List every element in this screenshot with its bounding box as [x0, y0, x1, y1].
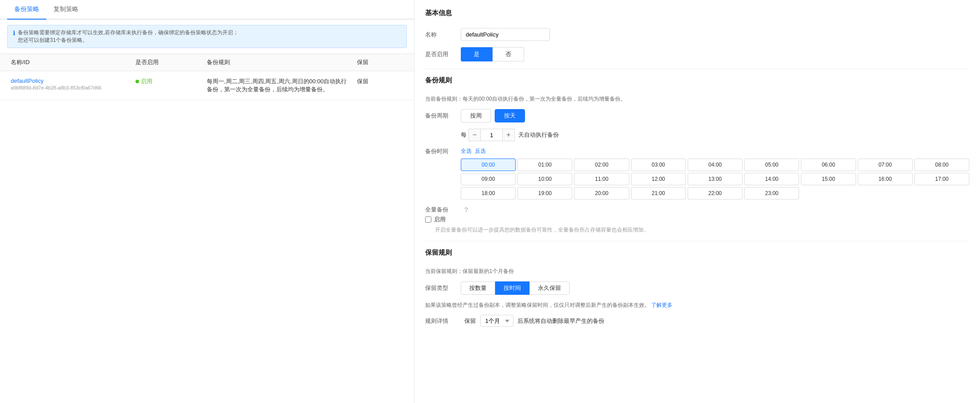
- time-cell-08[interactable]: 08:00: [914, 159, 969, 171]
- time-cell-03[interactable]: 03:00: [631, 159, 686, 171]
- full-backup-label: 全量备份: [425, 206, 461, 214]
- retain-prefix: 保留: [464, 318, 476, 324]
- retention-desc: 当前保留规则：保留最新的1个月备份: [425, 268, 969, 275]
- enabled-label: 是否启用: [425, 50, 461, 58]
- detail-row: 规则详情 保留 1个月 3个月 6个月 1年 2年 3年 后系统将自动删除最早产…: [425, 315, 969, 327]
- time-cell-23[interactable]: 23:00: [744, 187, 799, 199]
- time-cell-04[interactable]: 04:00: [688, 159, 742, 171]
- time-cell-22[interactable]: 22:00: [688, 187, 742, 199]
- time-cell-06[interactable]: 06:00: [801, 159, 856, 171]
- table-header: 名称/ID 是否启用 备份规则 保留: [0, 53, 414, 71]
- yes-button[interactable]: 是: [461, 47, 492, 61]
- time-row: 备份时间 全选 反选 00:00 01:00 02:00 03:00 04:00…: [425, 147, 969, 199]
- name-row: 名称: [425, 28, 969, 41]
- status-badge: 启用: [135, 77, 152, 85]
- info-text-1: 备份策略需要绑定存储库才可以生效,若存储库未执行备份，确保绑定的备份策略状态为开…: [18, 29, 238, 37]
- time-grid-header: 全选 反选: [461, 147, 969, 155]
- stepper-minus[interactable]: −: [468, 129, 481, 141]
- retain-select[interactable]: 1个月 3个月 6个月 1年 2年 3年: [480, 315, 513, 327]
- col-retention: 保留: [353, 54, 407, 71]
- time-cell-05[interactable]: 05:00: [744, 159, 799, 171]
- rule-text: 每周一,周二,周三,周四,周五,周六,周日的00:00自动执行备份，第一次为全量…: [207, 77, 350, 94]
- period-group: 按周 按天: [461, 109, 969, 122]
- stepper: − +: [468, 129, 515, 141]
- every-label: 每: [461, 131, 467, 139]
- time-cell-17[interactable]: 17:00: [914, 173, 969, 185]
- name-label: 名称: [425, 31, 461, 39]
- basic-info-title: 基本信息: [425, 9, 969, 21]
- time-value: 全选 反选 00:00 01:00 02:00 03:00 04:00 05:0…: [461, 147, 969, 199]
- time-cell-14[interactable]: 14:00: [744, 173, 799, 185]
- time-cell-10[interactable]: 10:00: [517, 173, 572, 185]
- time-cell-21[interactable]: 21:00: [631, 187, 686, 199]
- policy-name: defaultPolicy: [11, 77, 44, 84]
- retention-type-value: 按数量 按时间 永久保留: [461, 281, 969, 295]
- col-status: 是否启用: [132, 54, 203, 71]
- time-cell-09[interactable]: 09:00: [461, 173, 516, 185]
- retention-group: 按数量 按时间 永久保留: [461, 281, 969, 295]
- info-text-2: 您还可以创建31个备份策略。: [18, 37, 238, 44]
- retain-suffix: 后系统将自动删除最早产生的备份: [517, 318, 604, 324]
- stepper-row: 每 − + 天自动执行备份: [425, 129, 969, 141]
- left-panel: 备份策略 复制策略 ℹ 备份策略需要绑定存储库才可以生效,若存储库未执行备份，确…: [0, 0, 414, 403]
- warning-content: 如果该策略曾经产生过备份副本，调整策略保留时间，仅仅只对调整后新产生的备份副本生…: [425, 302, 650, 308]
- cell-status: 启用: [132, 71, 203, 100]
- col-rule: 备份规则: [203, 54, 353, 71]
- time-cell-15[interactable]: 15:00: [801, 173, 856, 185]
- retention-rule-value: 保留最新的1个月备份: [463, 268, 514, 274]
- help-icon[interactable]: ?: [464, 206, 468, 213]
- retention-text: 保留: [357, 77, 369, 85]
- info-bar: ℹ 备份策略需要绑定存储库才可以生效,若存储库未执行备份，确保绑定的备份策略状态…: [7, 25, 407, 48]
- cell-name: defaultPolicy a9bf889d-8d7e-4b28-a8b3-85…: [7, 71, 132, 100]
- time-cell-13[interactable]: 13:00: [688, 173, 742, 185]
- full-backup-checkbox[interactable]: [425, 216, 431, 223]
- enabled-value: 是 否: [461, 47, 969, 61]
- retention-rule-label: 当前保留规则：: [425, 268, 463, 274]
- current-rule-label: 当前备份规则：: [425, 96, 463, 102]
- backup-rule-desc: 当前备份规则：每天的00:00自动执行备份，第一次为全量备份，后续均为增量备份。: [425, 95, 969, 103]
- by-day-button[interactable]: 按天: [495, 109, 525, 122]
- backup-rule-title: 备份规则: [425, 76, 969, 88]
- tab-replication[interactable]: 复制策略: [46, 0, 86, 20]
- time-cell-16[interactable]: 16:00: [858, 173, 913, 185]
- toggle-group: 是 否: [461, 47, 969, 61]
- tab-backup[interactable]: 备份策略: [7, 0, 46, 20]
- time-grid: 00:00 01:00 02:00 03:00 04:00 05:00 06:0…: [461, 159, 969, 199]
- time-cell-20[interactable]: 20:00: [574, 187, 629, 199]
- time-cell-01[interactable]: 01:00: [517, 159, 572, 171]
- info-icon: ℹ: [13, 29, 15, 37]
- permanent-button[interactable]: 永久保留: [529, 281, 570, 295]
- select-all-link[interactable]: 全选: [461, 147, 472, 155]
- stepper-input[interactable]: [481, 129, 502, 141]
- by-week-button[interactable]: 按周: [461, 109, 491, 122]
- table-row[interactable]: defaultPolicy a9bf889d-8d7e-4b28-a8b3-85…: [0, 71, 414, 100]
- policy-id: a9bf889d-8d7e-4b28-a8b3-853cf0a67d66: [11, 85, 102, 90]
- detail-value: 保留 1个月 3个月 6个月 1年 2年 3年 后系统将自动删除最早产生的备份: [464, 315, 969, 327]
- time-cell-12[interactable]: 12:00: [631, 173, 686, 185]
- name-input[interactable]: [461, 28, 550, 41]
- time-cell-19[interactable]: 19:00: [517, 187, 572, 199]
- full-backup-desc: 开启全量备份可以进一步提高您的数据备份可靠性，全量备份所占存储容量也会相应增加。: [435, 226, 649, 234]
- col-name: 名称/ID: [7, 54, 132, 71]
- stepper-suffix: 天自动执行备份: [518, 131, 559, 139]
- time-cell-02[interactable]: 02:00: [574, 159, 629, 171]
- time-cell-07[interactable]: 07:00: [858, 159, 913, 171]
- period-label: 备份周期: [425, 112, 461, 120]
- retention-type-label: 保留类型: [425, 284, 461, 292]
- time-label: 备份时间: [425, 147, 461, 155]
- tabs: 备份策略 复制策略: [0, 0, 414, 20]
- time-cell-00[interactable]: 00:00: [461, 159, 516, 171]
- no-button[interactable]: 否: [492, 47, 524, 61]
- deselect-link[interactable]: 反选: [475, 147, 486, 155]
- retention-rule-title: 保留规则: [425, 248, 969, 261]
- period-row: 备份周期 按周 按天: [425, 109, 969, 122]
- learn-more-link[interactable]: 了解更多: [651, 302, 672, 308]
- cell-rule: 每周一,周二,周三,周四,周五,周六,周日的00:00自动执行备份，第一次为全量…: [203, 71, 353, 100]
- stepper-plus[interactable]: +: [502, 129, 515, 141]
- by-time-button[interactable]: 按时间: [495, 281, 529, 295]
- time-cell-18[interactable]: 18:00: [461, 187, 516, 199]
- current-rule-value: 每天的00:00自动执行备份，第一次为全量备份，后续均为增量备份。: [463, 96, 626, 102]
- by-count-button[interactable]: 按数量: [461, 281, 495, 295]
- status-dot: [135, 80, 139, 83]
- time-cell-11[interactable]: 11:00: [574, 173, 629, 185]
